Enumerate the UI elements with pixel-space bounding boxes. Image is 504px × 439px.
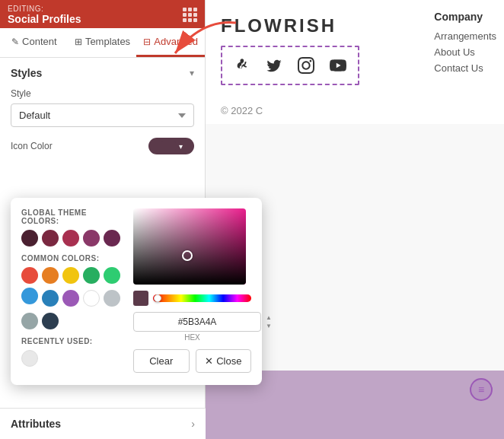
advanced-icon: ⊟ (143, 37, 151, 47)
close-x-icon: ✕ (205, 355, 213, 367)
common-color-yellow[interactable] (62, 267, 79, 284)
global-colors-label: GLOBAL THEME COLORS: (21, 208, 126, 225)
instagram-icon-box[interactable] (294, 53, 318, 78)
styles-title: Styles (11, 67, 42, 79)
grid-menu-icon[interactable] (183, 8, 197, 22)
social-icons-row (221, 46, 359, 85)
hex-input[interactable] (133, 312, 261, 332)
common-color-dark[interactable] (42, 313, 59, 329)
attributes-chevron-icon: › (191, 418, 195, 430)
tab-content-label: Content (22, 36, 57, 47)
common-color-dark-blue[interactable] (42, 290, 59, 307)
company-col: Company Arrangements About Us Contact Us (434, 11, 496, 78)
icon-color-swatch[interactable]: ▾ (148, 138, 194, 154)
hue-bar-container (133, 291, 251, 306)
close-label: Close (216, 355, 241, 367)
content-icon: ✎ (11, 37, 19, 47)
hue-bar[interactable] (153, 294, 251, 302)
tab-advanced[interactable]: ⊟ Advanced (136, 28, 205, 57)
hex-up-icon[interactable]: ▲ (266, 314, 272, 322)
icon-color-row: Icon Color ▾ (11, 138, 194, 154)
style-select[interactable]: Default (11, 103, 194, 127)
style-field-label: Style (11, 88, 194, 99)
attributes-section[interactable]: Attributes › (0, 408, 206, 439)
hue-thumb[interactable] (154, 294, 161, 302)
editing-header: EDITING: Social Profiles (0, 0, 205, 28)
preview-content: FLOWRISH © 2022 C (206, 0, 504, 124)
global-color-2[interactable] (42, 230, 59, 247)
templates-icon: ⊞ (75, 37, 82, 47)
tab-content[interactable]: ✎ Content (0, 28, 69, 57)
swatch-color-preview (161, 141, 176, 151)
color-picker-popup: GLOBAL THEME COLORS: COMMON COLORS: (11, 198, 262, 385)
global-color-5[interactable] (104, 230, 120, 247)
hue-swatch-small (133, 291, 148, 306)
attributes-title: Attributes (11, 418, 61, 430)
youtube-icon-box[interactable] (326, 53, 350, 78)
gradient-canvas[interactable] (133, 208, 246, 285)
picker-left: GLOBAL THEME COLORS: COMMON COLORS: (21, 208, 126, 374)
picker-actions: Clear ✕ Close (133, 349, 251, 373)
common-color-orange[interactable] (42, 267, 59, 284)
hex-spinners: ▲ ▼ (266, 314, 272, 329)
tab-templates-label: Templates (85, 36, 130, 47)
picker-circle[interactable] (182, 250, 193, 261)
left-panel: EDITING: Social Profiles ✎ Content ⊞ Tem… (0, 0, 206, 439)
global-color-4[interactable] (83, 230, 100, 247)
company-title: Company (434, 11, 496, 23)
clear-button[interactable]: Clear (133, 349, 190, 373)
brand-name: FLOWRISH (221, 15, 359, 37)
tab-templates[interactable]: ⊞ Templates (69, 28, 137, 57)
picker-layout: GLOBAL THEME COLORS: COMMON COLORS: (21, 208, 251, 374)
swatch-chevron-icon: ▾ (179, 142, 183, 151)
common-color-red[interactable] (21, 267, 38, 284)
amazon-icon-box[interactable] (230, 53, 254, 78)
twitter-icon-box[interactable] (262, 53, 286, 78)
recently-used-label: RECENTLY USED: (21, 337, 126, 345)
close-button[interactable]: ✕ Close (196, 349, 252, 373)
global-colors-row (21, 230, 126, 247)
purple-circle-button[interactable]: ≡ (470, 378, 493, 401)
hex-label: HEX (133, 333, 251, 342)
common-color-light-green[interactable] (104, 267, 120, 284)
hex-down-icon[interactable]: ▼ (266, 323, 272, 330)
styles-section: Styles ▾ Style Default Icon Color ▾ (0, 58, 205, 171)
common-color-gray[interactable] (21, 313, 38, 329)
styles-chevron-icon: ▾ (190, 68, 194, 78)
global-color-3[interactable] (62, 230, 79, 247)
common-color-purple[interactable] (62, 290, 79, 307)
editing-title: Social Profiles (8, 13, 81, 25)
common-color-green[interactable] (83, 267, 100, 284)
recently-color-1[interactable] (21, 350, 38, 367)
contact-us-link[interactable]: Contact Us (434, 62, 496, 74)
common-color-white[interactable] (83, 290, 100, 307)
common-colors-grid (21, 267, 126, 329)
picker-right-col: ▲ ▼ HEX Clear ✕ Close (133, 208, 251, 374)
common-color-light-gray[interactable] (104, 290, 120, 307)
editing-title-block: EDITING: Social Profiles (8, 5, 81, 25)
copyright-text: © 2022 C (221, 105, 359, 124)
icon-color-label: Icon Color (11, 141, 53, 151)
common-colors-label: COMMON COLORS: (21, 254, 126, 262)
styles-header: Styles ▾ (11, 67, 194, 79)
tabs-row: ✎ Content ⊞ Templates ⊟ Advanced (0, 28, 205, 58)
about-us-link[interactable]: About Us (434, 46, 496, 58)
gradient-dark (133, 208, 246, 285)
common-color-blue[interactable] (21, 288, 38, 304)
hex-input-row: ▲ ▼ (133, 312, 251, 332)
arrangements-link[interactable]: Arrangements (434, 30, 496, 42)
global-color-1[interactable] (21, 230, 38, 247)
tab-advanced-label: Advanced (154, 36, 198, 47)
brand-block: FLOWRISH © 2022 C (221, 15, 359, 124)
editing-label: EDITING: (8, 5, 81, 13)
recently-used-row (21, 350, 126, 367)
